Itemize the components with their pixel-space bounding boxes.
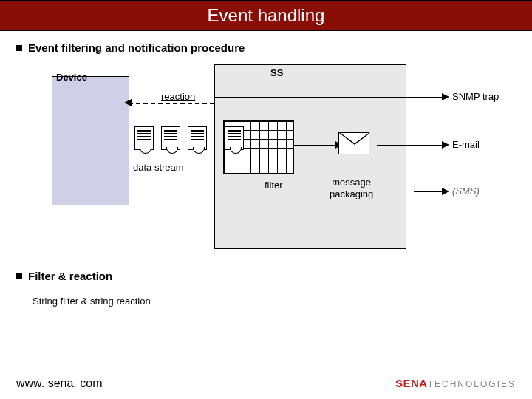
footer-url: www. sena. com <box>16 377 102 390</box>
sms-arrowhead-icon <box>442 188 449 195</box>
email-arrow-line <box>377 145 443 146</box>
snmp-arrowhead-icon <box>442 93 449 100</box>
section-1-heading-row: Event filtering and notification procedu… <box>16 41 516 54</box>
section-2-heading-row: Filter & reaction <box>16 270 516 282</box>
footer-logo: SENATECHNOLOGIES <box>390 375 516 390</box>
sms-label: (SMS) <box>452 185 480 197</box>
filter-to-msg-line <box>294 145 338 146</box>
document-icon <box>188 126 207 150</box>
filter-label: filter <box>265 180 283 191</box>
email-label: E-mail <box>452 139 480 150</box>
message-line1: message <box>332 177 371 188</box>
section-2-heading: Filter & reaction <box>28 270 112 282</box>
logo-brand-b: TECHNOLOGIES <box>428 379 516 389</box>
data-stream-label: data stream <box>133 162 184 173</box>
reaction-label: reaction <box>161 91 195 102</box>
device-label: Device <box>56 72 87 83</box>
footer: www. sena. com SENATECHNOLOGIES <box>16 375 516 390</box>
device-box <box>52 76 129 205</box>
section-2: Filter & reaction String filter & string… <box>0 270 532 307</box>
envelope-icon <box>338 132 369 154</box>
document-icon <box>161 126 180 150</box>
content-area: Event filtering and notification procedu… <box>0 31 532 252</box>
section-2-subtext: String filter & string reaction <box>33 296 516 307</box>
document-icon <box>225 126 244 150</box>
bullet-square-icon <box>16 45 22 51</box>
section-1-heading: Event filtering and notification procedu… <box>28 41 245 54</box>
ss-label: SS <box>270 67 283 78</box>
logo-text: SENATECHNOLOGIES <box>395 377 516 389</box>
bullet-square-icon <box>16 273 22 279</box>
page-title: Event handling <box>208 5 325 26</box>
email-arrowhead-icon <box>442 141 449 149</box>
message-packaging-label: message packaging <box>330 177 373 200</box>
title-bar: Event handling <box>0 0 532 31</box>
logo-brand-a: SENA <box>395 377 428 389</box>
logo-divider <box>390 375 516 375</box>
sms-arrow-line <box>414 191 443 192</box>
reaction-arrowhead-icon <box>124 99 132 106</box>
document-icon <box>134 126 154 150</box>
diagram: SS Device reaction SNMP trap data stream… <box>30 67 502 252</box>
snmp-label: SNMP trap <box>452 91 499 102</box>
snmp-arrow-line <box>214 97 443 98</box>
reaction-arrow-line <box>129 103 214 104</box>
message-line2: packaging <box>330 188 373 200</box>
